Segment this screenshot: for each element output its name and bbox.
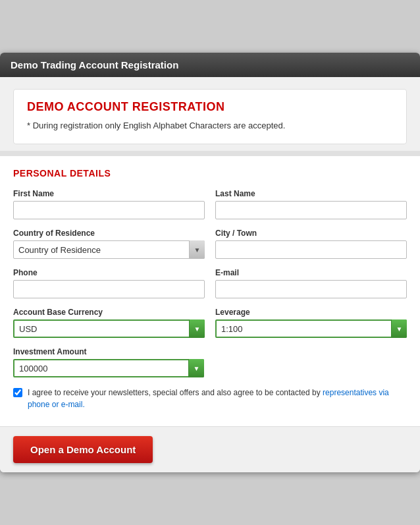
divider bbox=[0, 151, 420, 156]
country-city-row: Country of Residence Country of Residenc… bbox=[13, 229, 407, 259]
agreement-label: I agree to receive your newsletters, spe… bbox=[28, 387, 407, 410]
currency-select[interactable]: USD EUR GBP bbox=[13, 319, 205, 338]
agreement-row: I agree to receive your newsletters, spe… bbox=[13, 387, 407, 410]
leverage-select[interactable]: 1:100 1:50 1:200 1:500 bbox=[215, 319, 407, 338]
investment-row: Investment Amount 100000 50000 25000 100… bbox=[13, 347, 407, 377]
info-notice: * During registration only English Alpha… bbox=[27, 121, 393, 130]
info-box: DEMO ACCOUNT REGISTRATION * During regis… bbox=[13, 89, 407, 144]
personal-details-title: PERSONAL DETAILS bbox=[13, 168, 407, 179]
first-name-label: First Name bbox=[13, 189, 205, 198]
country-select-wrapper: Country of Residence ▼ bbox=[13, 240, 205, 259]
bottom-bar: Open a Demo Account bbox=[0, 426, 420, 472]
top-section: DEMO ACCOUNT REGISTRATION * During regis… bbox=[0, 77, 420, 151]
phone-email-row: Phone E-mail bbox=[13, 268, 407, 298]
currency-label: Account Base Currency bbox=[13, 308, 205, 317]
agreement-link[interactable]: representatives via phone or e-mail. bbox=[28, 388, 389, 409]
leverage-group: Leverage 1:100 1:50 1:200 1:500 ▼ bbox=[215, 308, 407, 338]
currency-leverage-row: Account Base Currency USD EUR GBP ▼ Leve… bbox=[13, 308, 407, 338]
phone-input[interactable] bbox=[13, 280, 205, 298]
open-demo-account-button[interactable]: Open a Demo Account bbox=[13, 436, 153, 463]
window-title: Demo Trading Account Registration bbox=[11, 59, 178, 70]
email-group: E-mail bbox=[215, 268, 407, 298]
leverage-label: Leverage bbox=[215, 308, 407, 317]
last-name-group: Last Name bbox=[215, 189, 407, 219]
email-label: E-mail bbox=[215, 268, 407, 277]
investment-label: Investment Amount bbox=[13, 347, 204, 356]
city-group: City / Town bbox=[215, 229, 407, 259]
country-group: Country of Residence Country of Residenc… bbox=[13, 229, 205, 259]
city-input[interactable] bbox=[215, 240, 407, 259]
currency-group: Account Base Currency USD EUR GBP ▼ bbox=[13, 308, 205, 338]
leverage-select-wrapper: 1:100 1:50 1:200 1:500 ▼ bbox=[215, 319, 407, 338]
main-window: Demo Trading Account Registration DEMO A… bbox=[0, 53, 420, 472]
phone-group: Phone bbox=[13, 268, 205, 298]
investment-select[interactable]: 100000 50000 25000 10000 bbox=[13, 359, 204, 377]
currency-select-wrapper: USD EUR GBP ▼ bbox=[13, 319, 205, 338]
email-input[interactable] bbox=[215, 280, 407, 298]
investment-select-wrapper: 100000 50000 25000 10000 ▼ bbox=[13, 359, 204, 377]
last-name-input[interactable] bbox=[215, 201, 407, 219]
investment-group: Investment Amount 100000 50000 25000 100… bbox=[13, 347, 204, 377]
city-label: City / Town bbox=[215, 229, 407, 238]
country-select[interactable]: Country of Residence bbox=[13, 240, 205, 259]
phone-label: Phone bbox=[13, 268, 205, 277]
first-name-input[interactable] bbox=[13, 201, 205, 219]
agreement-checkbox[interactable] bbox=[13, 388, 22, 397]
form-section: PERSONAL DETAILS First Name Last Name Co… bbox=[0, 156, 420, 426]
demo-account-heading: DEMO ACCOUNT REGISTRATION bbox=[27, 100, 393, 114]
name-row: First Name Last Name bbox=[13, 189, 407, 219]
country-label: Country of Residence bbox=[13, 229, 205, 238]
title-bar: Demo Trading Account Registration bbox=[0, 53, 420, 77]
first-name-group: First Name bbox=[13, 189, 205, 219]
last-name-label: Last Name bbox=[215, 189, 407, 198]
